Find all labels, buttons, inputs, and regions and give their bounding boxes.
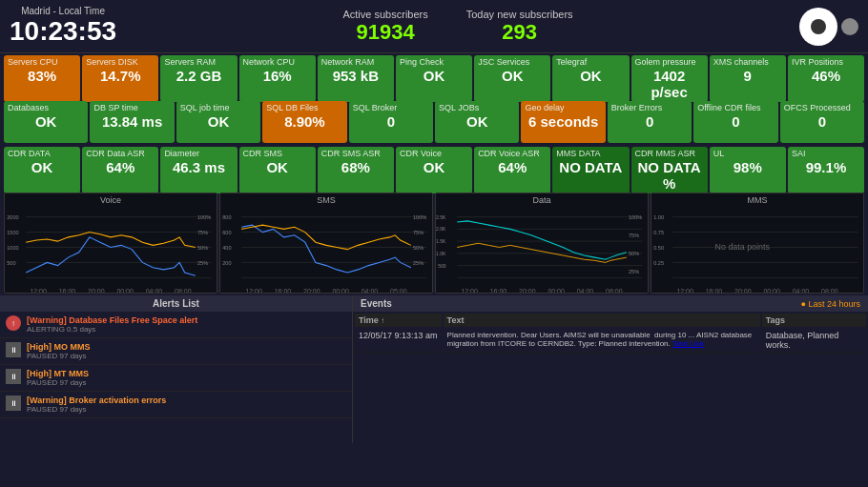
card-label: Geo delay bbox=[525, 103, 601, 112]
status-card[interactable]: Telegraf OK bbox=[552, 55, 629, 102]
card-label: Offline CDR files bbox=[697, 103, 774, 112]
status-card[interactable]: Network CPU 16% bbox=[239, 55, 316, 102]
alert-text: [Warning] Broker activation errors PAUSE… bbox=[27, 396, 346, 414]
status-card[interactable]: Servers DISK 14.7% bbox=[82, 55, 158, 102]
status-card[interactable]: UL 98% bbox=[710, 147, 786, 193]
svg-text:1500: 1500 bbox=[7, 230, 18, 235]
status-card[interactable]: Servers CPU 83% bbox=[4, 55, 80, 102]
card-label: DB SP time bbox=[93, 103, 170, 112]
avatar[interactable] bbox=[799, 8, 837, 46]
status-card[interactable]: Diameter 46.3 ms bbox=[160, 147, 237, 193]
events-filter[interactable]: ● Last 24 hours bbox=[801, 299, 860, 309]
bottom-section: Alerts List ! [Warning] Database Files F… bbox=[0, 295, 868, 443]
card-value: 83% bbox=[8, 68, 76, 84]
alert-title: [High] MT MMS bbox=[27, 369, 346, 378]
status-card[interactable]: SQL Broker 0 bbox=[349, 101, 433, 143]
alert-text: [High] MO MMS PAUSED 97 days bbox=[27, 342, 346, 360]
status-card[interactable]: SQL JOBs OK bbox=[435, 101, 519, 143]
card-label: Servers CPU bbox=[8, 57, 76, 67]
alert-text: [Warning] Database Files Free Space aler… bbox=[27, 315, 346, 334]
card-value: OK bbox=[439, 113, 515, 130]
voice-chart-svg: 2000 1500 1000 500 100% 75% 50% 25% bbox=[5, 207, 217, 288]
svg-text:2000: 2000 bbox=[7, 214, 18, 220]
alert-pause-icon: ⏸ bbox=[6, 396, 21, 411]
card-label: CDR DATA bbox=[8, 149, 76, 158]
mms-x-labels: 12:0016:0020:0000:0004:0008:00 bbox=[651, 288, 863, 294]
alert-sub: PAUSED 97 days bbox=[27, 405, 346, 414]
status-card[interactable]: Golem pressure 1402 p/sec bbox=[631, 55, 708, 102]
alert-item[interactable]: ⏸ [Warning] Broker activation errors PAU… bbox=[0, 392, 352, 418]
status-card[interactable]: Databases OK bbox=[4, 101, 88, 143]
subscribers-section: Active subscribers 91934 Today new subsc… bbox=[342, 9, 572, 45]
status-card[interactable]: CDR Voice ASR 64% bbox=[474, 147, 550, 193]
status-card[interactable]: XMS channels 9 bbox=[710, 55, 786, 102]
status-card[interactable]: SAI 99.1% bbox=[788, 147, 864, 193]
clock-time: 10:23:53 bbox=[10, 16, 116, 47]
svg-text:100%: 100% bbox=[413, 214, 426, 220]
card-value: OK bbox=[556, 68, 625, 84]
sms-chart-title: SMS bbox=[220, 193, 432, 207]
status-card[interactable]: Network RAM 953 kB bbox=[318, 55, 394, 102]
status-card[interactable]: CDR SMS OK bbox=[239, 147, 316, 193]
svg-text:500: 500 bbox=[7, 260, 15, 266]
card-value: OK bbox=[400, 159, 468, 175]
status-card[interactable]: IVR Positions 46% bbox=[788, 55, 864, 102]
status-card[interactable]: MMS DATA NO DATA bbox=[552, 147, 629, 193]
status-card[interactable]: CDR Voice OK bbox=[396, 147, 472, 193]
card-label: CDR Voice ASR bbox=[478, 149, 547, 158]
col-time[interactable]: Time ↑ bbox=[355, 314, 442, 327]
voice-chart: Voice 2000 1500 1000 500 100% 75% 50% 25… bbox=[4, 193, 217, 294]
status-card[interactable]: SQL job time OK bbox=[176, 101, 260, 143]
status-card[interactable]: Broker Errors 0 bbox=[608, 101, 692, 143]
status-card[interactable]: Ping Check OK bbox=[396, 55, 472, 102]
status-card[interactable]: CDR SMS ASR 68% bbox=[318, 147, 394, 193]
status-card[interactable]: CDR DATA OK bbox=[4, 147, 80, 193]
status-card[interactable]: CDR Data ASR 64% bbox=[82, 147, 158, 193]
status-card[interactable]: Geo delay 6 seconds bbox=[521, 101, 605, 143]
svg-text:2.5K: 2.5K bbox=[436, 215, 446, 220]
svg-text:75%: 75% bbox=[413, 230, 424, 235]
alerts-panel: Alerts List ! [Warning] Database Files F… bbox=[0, 295, 353, 443]
card-value: 9 bbox=[713, 68, 782, 84]
svg-text:25%: 25% bbox=[629, 269, 639, 274]
status-card[interactable]: Offline CDR files 0 bbox=[693, 101, 777, 143]
svg-text:600: 600 bbox=[222, 230, 231, 235]
status-card[interactable]: SQL DB Files 8.90% bbox=[262, 101, 346, 143]
active-subscribers-group: Active subscribers 91934 bbox=[342, 9, 427, 45]
card-value: 0 bbox=[784, 113, 860, 130]
card-label: CDR SMS ASR bbox=[321, 149, 390, 158]
alert-title: [Warning] Broker activation errors bbox=[27, 396, 346, 405]
alert-title: [Warning] Database Files Free Space aler… bbox=[27, 315, 346, 325]
status-card[interactable]: JSC Services OK bbox=[474, 55, 550, 102]
svg-text:1.0K: 1.0K bbox=[436, 252, 446, 256]
alert-item[interactable]: ⏸ [High] MT MMS PAUSED 97 days bbox=[0, 365, 352, 392]
status-card[interactable]: CDR MMS ASR NO DATA % bbox=[631, 147, 708, 193]
events-header: Events ● Last 24 hours bbox=[353, 295, 868, 312]
status-card[interactable]: DB SP time 13.84 ms bbox=[90, 101, 174, 143]
voice-chart-area: 2000 1500 1000 500 100% 75% 50% 25% bbox=[5, 207, 217, 288]
sms-chart: SMS 800 600 400 200 100% 75% 50% 25% bbox=[219, 193, 433, 294]
alert-item[interactable]: ⏸ [High] MO MMS PAUSED 97 days bbox=[0, 338, 352, 365]
avatar-small bbox=[841, 18, 858, 35]
card-value: 46% bbox=[792, 68, 860, 84]
status-card[interactable]: OFCS Processed 0 bbox=[780, 101, 864, 143]
alert-pause-icon: ⏸ bbox=[6, 369, 21, 384]
table-row[interactable]: 12/05/17 9:13:13 am Planned intervention… bbox=[355, 329, 866, 353]
events-table: Time ↑ Text Tags 12/05/17 9:13:13 am Pla… bbox=[353, 312, 868, 355]
new-subscribers-label: Today new subscribers bbox=[466, 9, 573, 20]
events-body: 12/05/17 9:13:13 am Planned intervention… bbox=[355, 329, 866, 353]
card-label: SQL Broker bbox=[353, 103, 429, 112]
card-value: 8.90% bbox=[266, 113, 342, 130]
svg-text:400: 400 bbox=[222, 245, 231, 251]
card-label: SAI bbox=[792, 149, 860, 158]
header: Madrid - Local Time 10:23:53 Active subs… bbox=[0, 0, 868, 53]
charts-section: Voice 2000 1500 1000 500 100% 75% 50% 25… bbox=[0, 191, 868, 295]
svg-text:50%: 50% bbox=[629, 251, 639, 256]
card-value: 0 bbox=[353, 113, 429, 130]
status-card[interactable]: Servers RAM 2.2 GB bbox=[160, 55, 237, 102]
card-value: 64% bbox=[86, 159, 155, 175]
events-title: Events bbox=[361, 298, 392, 309]
card-value: 2.2 GB bbox=[164, 68, 233, 84]
card-value: 99.1% bbox=[792, 159, 860, 175]
alert-item[interactable]: ! [Warning] Database Files Free Space al… bbox=[0, 312, 352, 338]
